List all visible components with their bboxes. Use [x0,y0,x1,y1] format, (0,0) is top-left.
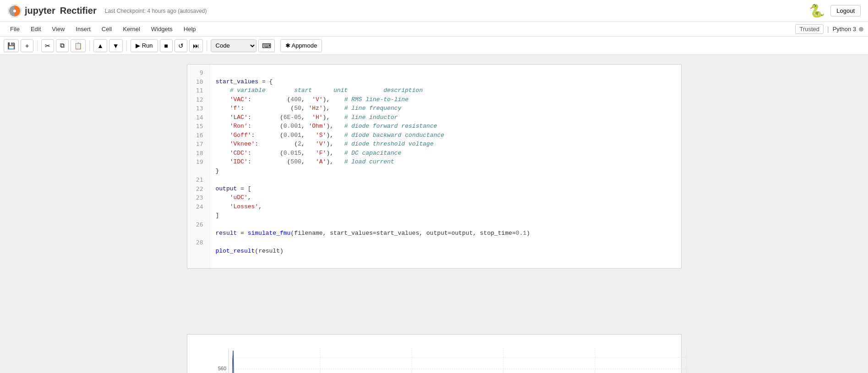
menu-kernel[interactable]: Kernel [117,24,146,34]
appmode-label: Appmode [291,42,317,49]
add-cell-button[interactable]: + [21,39,33,52]
waveform-line [229,351,687,373]
notebook-title: Rectifier [60,5,97,16]
svg-text:560: 560 [218,366,226,371]
menu-widgets[interactable]: Widgets [146,24,178,34]
kernel-status: Python 3 [833,26,863,32]
menu-insert[interactable]: Insert [70,24,96,34]
run-button[interactable]: ▶ Run [131,39,158,52]
copy-button[interactable]: ⧉ [56,39,69,52]
menu-help[interactable]: Help [178,24,202,34]
toolbar-separator-4 [207,40,207,51]
top-bar: jupyter Rectifier Last Checkpoint: 4 hou… [0,0,868,22]
jupyter-logo-icon [7,4,22,18]
cut-button[interactable]: ✂ [41,39,54,52]
jupyter-wordmark: jupyter [25,5,55,16]
top-bar-right: 🐍 Logout [809,3,861,18]
kernel-dot [859,27,863,32]
restart-run-button[interactable]: ⏭ [189,39,203,52]
menu-right: Trusted | Python 3 [795,24,863,34]
checkpoint-info: Last Checkpoint: 4 hours ago (autosaved) [105,8,207,14]
menu-edit[interactable]: Edit [25,24,46,34]
top-bar-left: jupyter Rectifier Last Checkpoint: 4 hou… [7,4,207,18]
appmode-button[interactable]: ✱ Appmode [280,39,322,52]
toolbar-separator-1 [37,40,38,51]
jupyter-logo: jupyter [7,4,55,18]
cell-container: 9 10 11 12 13 14 15 16 17 18 19 21 22 23… [159,64,709,269]
move-up-button[interactable]: ▲ [93,39,107,52]
restart-button[interactable]: ↺ [175,39,187,52]
trusted-badge: Trusted [795,24,824,34]
toolbar: 💾 + ✂ ⧉ 📋 ▲ ▼ ▶ Run ■ ↺ ⏭ Code Markdown … [0,37,868,55]
line-numbers: 9 10 11 12 13 14 15 16 17 18 19 21 22 23… [187,65,210,268]
code-content[interactable]: start_values = { # variable start unit d… [210,65,681,268]
chart-wrapper: uDC [V] 480 500 520 [187,334,682,373]
save-button[interactable]: 💾 [4,39,19,52]
svg-point-1 [13,10,16,12]
code-cell: 9 10 11 12 13 14 15 16 17 18 19 21 22 23… [187,64,682,269]
menu-view[interactable]: View [46,24,70,34]
chart-area: uDC [V] 480 500 520 [0,330,868,373]
paste-button[interactable]: 📋 [71,39,86,52]
chart-svg: 480 500 520 540 560 [210,344,691,373]
menu-cell[interactable]: Cell [96,24,117,34]
run-icon: ▶ [136,42,140,49]
cell-type-select[interactable]: Code Markdown Raw NBConvert Heading [211,39,257,52]
run-label: Run [142,42,153,49]
menu-file[interactable]: File [5,24,25,34]
python-icon: 🐍 [809,3,825,18]
stop-button[interactable]: ■ [160,39,173,52]
keyboard-shortcuts-button[interactable]: ⌨ [258,39,275,52]
chart-container: uDC [V] 480 500 520 [159,334,709,373]
toolbar-separator-3 [126,40,127,51]
move-down-button[interactable]: ▼ [109,39,123,52]
appmode-icon: ✱ [285,42,290,49]
menu-bar: File Edit View Insert Cell Kernel Widget… [0,22,868,37]
logout-button[interactable]: Logout [830,5,861,16]
toolbar-separator-2 [89,40,90,51]
notebook-area: 9 10 11 12 13 14 15 16 17 18 19 21 22 23… [0,55,868,330]
